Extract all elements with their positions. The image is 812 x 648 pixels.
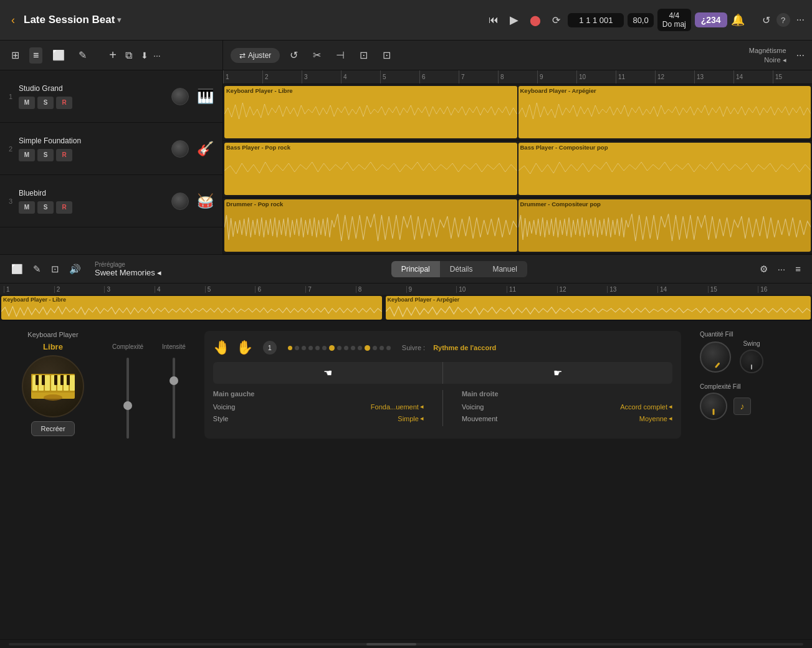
volume-knob-1[interactable] xyxy=(171,88,189,105)
track-segment[interactable]: Keyboard Player - Arpégier xyxy=(518,86,811,138)
help-button[interactable]: ? xyxy=(776,13,790,27)
complexite-thumb[interactable] xyxy=(123,401,132,410)
lower-settings-button[interactable]: ⚙ xyxy=(757,261,770,277)
pattern-dot[interactable] xyxy=(308,346,313,350)
pattern-dot[interactable] xyxy=(337,346,342,350)
swing-knob[interactable] xyxy=(740,350,763,373)
time-signature[interactable]: 4/4 Do maj xyxy=(657,9,691,32)
volume-knob-3[interactable] xyxy=(171,193,189,210)
pattern-dot[interactable] xyxy=(322,346,327,350)
copy2-button[interactable]: ⊡ xyxy=(378,47,396,64)
duplicate-button[interactable]: ⧉ xyxy=(122,47,136,64)
pattern-dot[interactable] xyxy=(329,345,335,351)
mute-button-2[interactable]: M xyxy=(19,149,35,161)
right-hand-gesture-icon[interactable]: ☛ xyxy=(553,367,562,379)
pattern-dot[interactable] xyxy=(351,346,355,350)
note-icon-button[interactable]: ♪ xyxy=(733,398,751,415)
preset-name[interactable]: Sweet Memories ◂ xyxy=(95,268,161,277)
lower-volume-button[interactable]: 🔊 xyxy=(67,261,84,277)
grid-view-button[interactable]: ⊞ xyxy=(7,47,23,64)
tempo-display[interactable]: 80,0 xyxy=(628,13,653,27)
lower-pen-button[interactable]: ✎ xyxy=(31,261,44,277)
adjust-button[interactable]: ⇄ Ajuster xyxy=(231,48,280,63)
scroll-track[interactable] xyxy=(9,643,803,646)
style-value[interactable]: Simple ◂ xyxy=(398,414,424,422)
pattern-dot[interactable] xyxy=(358,346,362,350)
track-segment[interactable]: Keyboard Player - Libre xyxy=(224,86,517,138)
solo-button-2[interactable]: S xyxy=(37,149,54,161)
more-button[interactable]: ··· xyxy=(796,14,805,26)
instrument-circle[interactable] xyxy=(22,355,84,417)
play-button[interactable]: ▶ xyxy=(506,11,522,29)
pattern-dot[interactable] xyxy=(344,346,348,350)
track-segment[interactable]: Bass Player - Pop rock xyxy=(224,143,517,195)
record-button[interactable]: ⬤ xyxy=(526,12,545,29)
left-hand-icon[interactable]: 🤚 xyxy=(213,340,230,356)
expand-button[interactable]: ⊡ xyxy=(355,47,373,64)
count-in-button[interactable]: ¿234 xyxy=(695,12,727,27)
mouvement-value[interactable]: Moyenne ◂ xyxy=(639,414,672,422)
scroll-thumb[interactable] xyxy=(366,643,416,646)
lower-panel-right: ⚙ ··· ≡ xyxy=(757,261,803,277)
recreate-button[interactable]: Recréer xyxy=(31,421,74,436)
magnetism-label[interactable]: Magnétisme Noire ◂ xyxy=(749,46,786,64)
pattern-dot[interactable] xyxy=(365,345,370,351)
complexite-fill-knob[interactable] xyxy=(700,393,727,420)
tab-details[interactable]: Détails xyxy=(440,261,483,277)
split-button[interactable]: ⊣ xyxy=(331,47,350,64)
bottom-scrollbar[interactable] xyxy=(0,639,812,648)
timeline-more-button[interactable]: ··· xyxy=(796,50,805,61)
left-hand-gesture-icon[interactable]: ☚ xyxy=(323,367,332,379)
right-hand-icon[interactable]: ✋ xyxy=(236,340,253,356)
lower-hamburger-button[interactable]: ≡ xyxy=(793,261,803,277)
lower-ruler-mark: 10 xyxy=(456,286,507,293)
track-segment[interactable]: Drummer - Compositeur pop xyxy=(518,199,811,252)
pattern-dot[interactable] xyxy=(295,346,299,350)
lower-window-button[interactable]: ⬜ xyxy=(9,261,26,277)
scissors-button[interactable]: ✂ xyxy=(308,47,326,64)
lower-midi-button[interactable]: ⊡ xyxy=(49,261,62,277)
lower-track-segment[interactable]: Keyboard Player - Arpégier xyxy=(386,296,811,320)
mute-button-3[interactable]: M xyxy=(19,201,35,214)
cycle2-button[interactable]: ↺ xyxy=(285,47,303,64)
pattern-dot[interactable] xyxy=(302,346,306,350)
intensite-thumb[interactable] xyxy=(170,376,178,385)
lower-track-segment[interactable]: Keyboard Player - Libre xyxy=(1,296,382,320)
rewind-button[interactable]: ⏮ xyxy=(485,12,502,28)
solo-button-1[interactable]: S xyxy=(37,97,54,109)
tracks-more-button[interactable]: ··· xyxy=(153,50,161,60)
pattern-dot[interactable] xyxy=(373,346,377,350)
track-segment[interactable]: Drummer - Pop rock xyxy=(224,199,517,252)
pattern-number[interactable]: 1 xyxy=(263,341,277,355)
undo-button[interactable]: ↺ xyxy=(762,14,770,26)
solo-button-3[interactable]: S xyxy=(37,201,54,214)
track-segment[interactable]: Bass Player - Compositeur pop xyxy=(518,143,811,195)
record-arm-button-1[interactable]: R xyxy=(56,97,72,109)
download-icon-button[interactable]: ⬇ xyxy=(141,50,148,60)
volume-knob-2[interactable] xyxy=(171,140,189,158)
intensite-slider[interactable] xyxy=(173,358,175,439)
pattern-dot[interactable] xyxy=(288,346,292,350)
tab-principal[interactable]: Principal xyxy=(391,261,440,277)
cycle-button[interactable]: ⟳ xyxy=(548,12,564,29)
complexite-slider[interactable] xyxy=(127,358,129,439)
list-view-button[interactable]: ≡ xyxy=(29,47,42,64)
record-arm-button-3[interactable]: R xyxy=(56,201,72,214)
pattern-dot[interactable] xyxy=(380,346,384,350)
record-arm-button-2[interactable]: R xyxy=(56,149,72,161)
window-view-button[interactable]: ⬜ xyxy=(49,47,69,64)
add-track-button[interactable]: + xyxy=(109,48,117,62)
pattern-dot[interactable] xyxy=(386,346,391,350)
voicing-value[interactable]: Accord complet ◂ xyxy=(620,403,672,411)
title-chevron[interactable]: ▾ xyxy=(117,16,121,24)
quantite-fill-knob[interactable] xyxy=(700,341,731,373)
voicing-value[interactable]: Fonda...uement ◂ xyxy=(371,403,424,411)
back-button[interactable]: ‹ xyxy=(7,11,19,29)
suivre-value[interactable]: Rythme de l'accord xyxy=(433,344,496,351)
pattern-dot[interactable] xyxy=(315,346,320,350)
pen-tool-button[interactable]: ✎ xyxy=(75,47,90,64)
metronome-button[interactable]: 🔔 xyxy=(731,13,745,27)
lower-more-button[interactable]: ··· xyxy=(775,261,788,277)
tab-manuel[interactable]: Manuel xyxy=(482,261,527,277)
mute-button-1[interactable]: M xyxy=(19,97,35,109)
